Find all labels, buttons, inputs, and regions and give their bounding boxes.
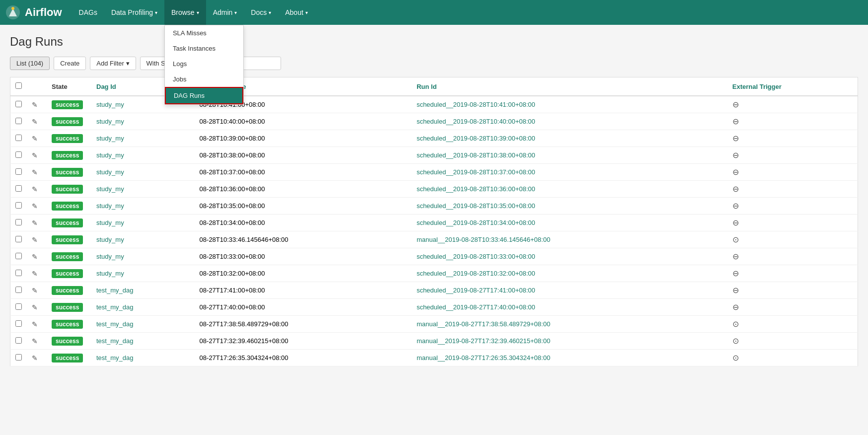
- run-id-link[interactable]: manual__2019-08-27T17:38:58.489729+08:00: [417, 320, 550, 328]
- row-checkbox[interactable]: [15, 202, 22, 209]
- col-header-run-id[interactable]: Run Id: [412, 77, 727, 96]
- row-edit-cell: ✎: [27, 198, 47, 215]
- edit-icon[interactable]: ✎: [32, 151, 38, 159]
- row-checkbox[interactable]: [15, 236, 22, 242]
- run-id-link[interactable]: scheduled__2019-08-28T10:33:00+08:00: [417, 253, 535, 260]
- row-checkbox[interactable]: [15, 135, 22, 141]
- run-id-link[interactable]: scheduled__2019-08-28T10:35:00+08:00: [417, 202, 535, 210]
- edit-icon[interactable]: ✎: [32, 320, 38, 328]
- dag-id-link[interactable]: study_my: [96, 270, 124, 277]
- dropdown-item-logs[interactable]: Logs: [165, 56, 243, 72]
- run-id-link[interactable]: scheduled__2019-08-28T10:40:00+08:00: [417, 118, 535, 125]
- brand-logo[interactable]: Airflow: [5, 4, 62, 20]
- edit-icon[interactable]: ✎: [32, 337, 38, 345]
- execution-date-value: 08-27T17:32:39.460215+08:00: [200, 337, 289, 345]
- state-badge: success: [52, 202, 83, 211]
- data-table: State Dag Id Execution Date Run Id Exter…: [10, 77, 858, 366]
- dropdown-item-sla-misses[interactable]: SLA Misses: [165, 25, 243, 41]
- dag-id-link[interactable]: test_my_dag: [96, 320, 133, 328]
- nav-browse[interactable]: Browse ▾ SLA Misses Task Instances Logs …: [164, 0, 206, 25]
- run-id-link[interactable]: scheduled__2019-08-27T17:41:00+08:00: [417, 287, 535, 294]
- nav-admin[interactable]: Admin ▾: [206, 0, 244, 25]
- dag-id-link[interactable]: test_my_dag: [96, 287, 133, 294]
- add-filter-button[interactable]: Add Filter ▾: [90, 57, 136, 70]
- run-id-link[interactable]: scheduled__2019-08-28T10:34:00+08:00: [417, 219, 535, 226]
- edit-icon[interactable]: ✎: [32, 354, 38, 362]
- run-id-link[interactable]: scheduled__2019-08-28T10:36:00+08:00: [417, 185, 535, 193]
- row-state-cell: success: [47, 181, 91, 198]
- dag-id-link[interactable]: test_my_dag: [96, 337, 133, 345]
- edit-icon[interactable]: ✎: [32, 135, 38, 143]
- row-checkbox-cell: [10, 96, 27, 113]
- dag-id-link[interactable]: study_my: [96, 135, 124, 142]
- row-checkbox[interactable]: [15, 337, 22, 344]
- edit-icon[interactable]: ✎: [32, 287, 38, 294]
- nav-dags[interactable]: DAGs: [72, 0, 104, 25]
- dropdown-item-task-instances[interactable]: Task Instances: [165, 41, 243, 56]
- row-checkbox[interactable]: [15, 320, 22, 327]
- row-checkbox[interactable]: [15, 168, 22, 175]
- row-checkbox[interactable]: [15, 303, 22, 310]
- edit-icon[interactable]: ✎: [32, 185, 38, 193]
- row-checkbox[interactable]: [15, 287, 22, 293]
- run-id-link[interactable]: scheduled__2019-08-28T10:38:00+08:00: [417, 151, 535, 159]
- row-checkbox[interactable]: [15, 253, 22, 259]
- row-checkbox[interactable]: [15, 118, 22, 124]
- dag-id-link[interactable]: test_my_dag: [96, 354, 133, 362]
- dag-id-link[interactable]: study_my: [96, 253, 124, 260]
- dropdown-item-dag-runs[interactable]: DAG Runs: [165, 87, 243, 104]
- row-dag-id-cell: study_my: [91, 198, 195, 215]
- dag-id-link[interactable]: study_my: [96, 118, 124, 125]
- dag-id-link[interactable]: study_my: [96, 219, 124, 226]
- edit-icon[interactable]: ✎: [32, 202, 38, 210]
- nav-about[interactable]: About ▾: [278, 0, 315, 25]
- run-id-link[interactable]: scheduled__2019-08-28T10:39:00+08:00: [417, 135, 535, 142]
- row-checkbox[interactable]: [15, 219, 22, 225]
- row-checkbox[interactable]: [15, 101, 22, 107]
- row-checkbox[interactable]: [15, 270, 22, 276]
- col-header-external-trigger[interactable]: External Trigger: [727, 77, 858, 96]
- dag-id-link[interactable]: test_my_dag: [96, 303, 133, 311]
- dag-id-link[interactable]: study_my: [96, 151, 124, 159]
- row-checkbox[interactable]: [15, 354, 22, 361]
- dag-id-link[interactable]: study_my: [96, 168, 124, 176]
- select-all-checkbox[interactable]: [15, 82, 22, 89]
- dag-id-link[interactable]: study_my: [96, 101, 124, 108]
- dag-id-link[interactable]: study_my: [96, 236, 124, 243]
- edit-icon[interactable]: ✎: [32, 118, 38, 126]
- dag-id-link[interactable]: study_my: [96, 202, 124, 210]
- dropdown-item-jobs[interactable]: Jobs: [165, 72, 243, 87]
- brand-name: Airflow: [25, 6, 62, 19]
- create-button[interactable]: Create: [54, 57, 86, 70]
- run-id-link[interactable]: manual__2019-08-27T17:32:39.460215+08:00: [417, 337, 550, 345]
- edit-icon[interactable]: ✎: [32, 236, 38, 244]
- row-run-id-cell: manual__2019-08-27T17:26:35.304324+08:00: [412, 350, 727, 366]
- minus-circle-icon: ⊖: [732, 185, 739, 193]
- nav-docs[interactable]: Docs ▾: [244, 0, 278, 25]
- edit-icon[interactable]: ✎: [32, 219, 38, 227]
- nav-data-profiling[interactable]: Data Profiling ▾: [104, 0, 164, 25]
- run-id-link[interactable]: manual__2019-08-27T17:26:35.304324+08:00: [417, 354, 550, 362]
- state-badge: success: [52, 269, 83, 278]
- run-id-link[interactable]: scheduled__2019-08-28T10:41:00+08:00: [417, 101, 535, 108]
- edit-icon[interactable]: ✎: [32, 168, 38, 176]
- row-checkbox[interactable]: [15, 185, 22, 192]
- run-id-link[interactable]: scheduled__2019-08-28T10:32:00+08:00: [417, 270, 535, 277]
- run-id-link[interactable]: scheduled__2019-08-27T17:40:00+08:00: [417, 303, 535, 311]
- row-checkbox-cell: [10, 248, 27, 265]
- list-button[interactable]: List (104): [10, 57, 50, 70]
- row-checkbox[interactable]: [15, 151, 22, 158]
- edit-icon[interactable]: ✎: [32, 101, 38, 109]
- table-header-row: State Dag Id Execution Date Run Id Exter…: [10, 77, 858, 96]
- minus-circle-icon: ⊖: [732, 168, 739, 176]
- execution-date-value: 08-28T10:37:00+08:00: [200, 168, 265, 176]
- run-id-link[interactable]: manual__2019-08-28T10:33:46.145646+08:00: [417, 236, 550, 243]
- row-checkbox-cell: [10, 198, 27, 215]
- run-id-link[interactable]: scheduled__2019-08-28T10:37:00+08:00: [417, 168, 535, 176]
- edit-icon[interactable]: ✎: [32, 270, 38, 278]
- dag-id-link[interactable]: study_my: [96, 185, 124, 193]
- edit-icon[interactable]: ✎: [32, 253, 38, 261]
- edit-icon[interactable]: ✎: [32, 303, 38, 311]
- row-run-id-cell: scheduled__2019-08-27T17:40:00+08:00: [412, 299, 727, 316]
- table-row: ✎ success test_my_dag 08-27T17:41:00+08:…: [10, 282, 858, 299]
